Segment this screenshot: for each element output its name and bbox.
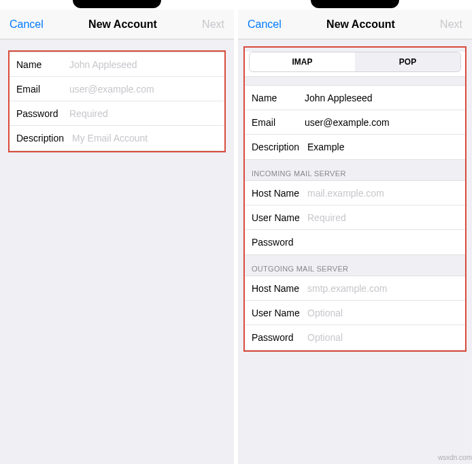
account-info-group: Name Email Description xyxy=(245,85,465,160)
email-input[interactable] xyxy=(69,84,218,95)
name-label: Name xyxy=(16,59,69,70)
outgoing-password-label: Password xyxy=(252,332,307,343)
description-input[interactable] xyxy=(72,133,218,144)
outgoing-header: OUTGOING MAIL SERVER xyxy=(245,255,465,276)
incoming-password-label: Password xyxy=(252,237,307,248)
incoming-user-label: User Name xyxy=(252,212,307,223)
cancel-button[interactable]: Cancel xyxy=(10,18,44,31)
nav-bar: Cancel New Account Next xyxy=(0,10,234,39)
row-outgoing-host: Host Name xyxy=(245,276,465,301)
password-label: Password xyxy=(16,108,69,119)
incoming-group: Host Name User Name Password xyxy=(245,180,465,255)
account-fields-group: Name Email Password Description xyxy=(10,52,224,151)
incoming-host-label: Host Name xyxy=(252,188,307,199)
password-input[interactable] xyxy=(69,108,218,119)
row-outgoing-user: User Name xyxy=(245,301,465,325)
cancel-button[interactable]: Cancel xyxy=(248,18,282,31)
row-email: Email xyxy=(245,110,465,135)
row-name: Name xyxy=(245,86,465,110)
content-area: IMAP POP Name Email Description xyxy=(238,39,472,464)
protocol-group: IMAP POP xyxy=(245,52,465,77)
incoming-password-input[interactable] xyxy=(307,237,458,248)
outgoing-user-input[interactable] xyxy=(307,308,458,318)
email-label: Email xyxy=(252,117,305,128)
screen-right: Cancel New Account Next IMAP POP Name Em… xyxy=(238,0,476,464)
name-input[interactable] xyxy=(305,93,458,103)
row-name: Name xyxy=(10,52,224,77)
screen-left: Cancel New Account Next Name Email Passw… xyxy=(0,0,238,464)
content-area: Name Email Password Description xyxy=(0,39,234,464)
email-label: Email xyxy=(16,84,69,95)
outgoing-user-label: User Name xyxy=(252,308,307,318)
row-incoming-password: Password xyxy=(245,230,465,254)
name-label: Name xyxy=(252,93,305,103)
segment-pop[interactable]: POP xyxy=(355,52,460,71)
incoming-header: INCOMING MAIL SERVER xyxy=(245,160,465,180)
next-button[interactable]: Next xyxy=(440,18,462,31)
row-incoming-host: Host Name xyxy=(245,181,465,205)
next-button[interactable]: Next xyxy=(202,18,224,31)
highlight-box: IMAP POP Name Email Description xyxy=(243,46,466,352)
page-title: New Account xyxy=(88,18,157,31)
incoming-user-input[interactable] xyxy=(307,212,458,223)
outgoing-host-label: Host Name xyxy=(252,283,307,294)
row-description: Description xyxy=(245,135,465,159)
segment-imap[interactable]: IMAP xyxy=(250,52,355,71)
watermark: wsxdn.com xyxy=(438,454,472,461)
status-bar xyxy=(238,0,472,10)
protocol-segmented[interactable]: IMAP POP xyxy=(249,52,461,72)
nav-bar: Cancel New Account Next xyxy=(238,10,472,39)
outgoing-password-input[interactable] xyxy=(307,332,458,343)
outgoing-host-input[interactable] xyxy=(307,283,458,294)
row-outgoing-password: Password xyxy=(245,325,465,350)
description-label: Description xyxy=(252,142,307,152)
status-bar xyxy=(0,0,234,10)
description-input[interactable] xyxy=(307,142,458,152)
row-description: Description xyxy=(10,126,224,150)
page-title: New Account xyxy=(326,18,395,31)
row-incoming-user: User Name xyxy=(245,205,465,230)
highlight-box: Name Email Password Description xyxy=(8,50,226,152)
outgoing-group: Host Name User Name Password xyxy=(245,276,465,350)
row-password: Password xyxy=(10,101,224,126)
email-input[interactable] xyxy=(305,117,458,128)
incoming-host-input[interactable] xyxy=(307,188,458,199)
row-email: Email xyxy=(10,77,224,101)
name-input[interactable] xyxy=(69,59,218,70)
description-label: Description xyxy=(16,133,72,144)
